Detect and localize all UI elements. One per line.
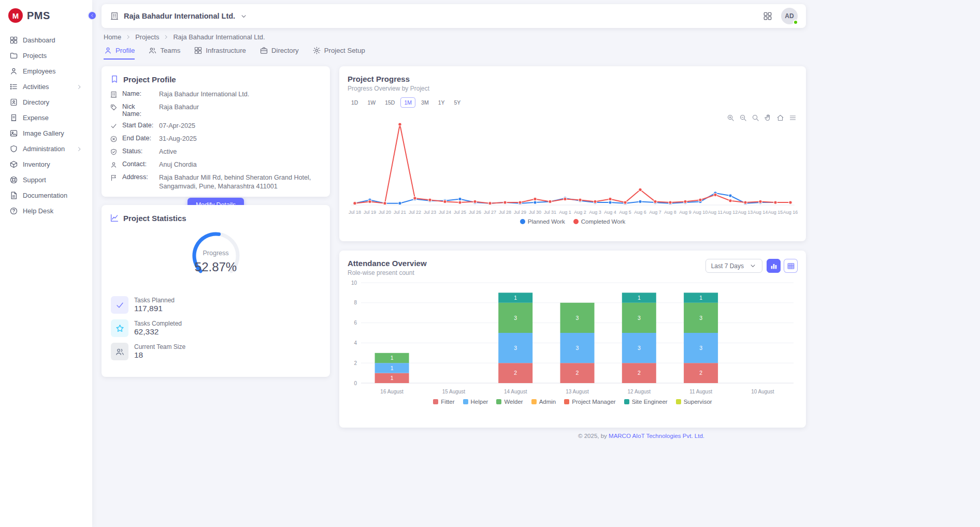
svg-text:1: 1	[391, 375, 394, 381]
shield-check-icon	[110, 148, 118, 156]
svg-text:Jul 24: Jul 24	[439, 210, 451, 215]
project-progress-chart[interactable]: Jul 18Jul 19Jul 20Jul 21Jul 22Jul 23Jul …	[348, 114, 798, 217]
tab-teams[interactable]: Teams	[148, 46, 180, 60]
footer-company-link[interactable]: MARCO AIoT Technologies Pvt. Ltd.	[609, 433, 704, 439]
shield-icon	[9, 144, 18, 153]
sidebar-item-label: Employees	[23, 67, 83, 75]
sidebar-item-directory[interactable]: Directory	[5, 95, 87, 109]
image-icon	[9, 129, 18, 138]
sidebar-collapse-button[interactable]	[88, 11, 97, 20]
svg-text:Aug 10: Aug 10	[693, 210, 708, 215]
main-content: Raja Bahadur International Ltd. AD HomeP…	[92, 0, 980, 527]
sidebar-item-administration[interactable]: Administration	[5, 142, 87, 156]
legend-item-helper[interactable]: Helper	[463, 399, 488, 405]
header-actions: AD	[762, 8, 798, 24]
legend-item-project-manager[interactable]: Project Manager	[564, 399, 615, 405]
sidebar-item-activities[interactable]: Activities	[5, 80, 87, 94]
sidebar-item-label: Support	[23, 176, 83, 184]
chevron-right-icon	[76, 83, 83, 91]
zoom-out-icon[interactable]	[739, 114, 747, 122]
tab-infrastructure[interactable]: Infrastructure	[194, 46, 246, 60]
tab-profile[interactable]: Profile	[104, 46, 135, 60]
sidebar-item-label: Help Desk	[23, 207, 83, 215]
range-button-1w[interactable]: 1W	[364, 97, 379, 108]
range-button-1m[interactable]: 1M	[400, 97, 415, 108]
sidebar-item-label: Documentation	[23, 192, 83, 199]
table-view-toggle[interactable]	[784, 259, 798, 273]
app-logo[interactable]: M PMS	[0, 0, 92, 29]
legend-item-welder[interactable]: Welder	[496, 399, 523, 405]
range-button-1d[interactable]: 1D	[348, 97, 362, 108]
sidebar-item-employees[interactable]: Employees	[5, 64, 87, 78]
sidebar-item-projects[interactable]: Projects	[5, 49, 87, 63]
range-button-1y[interactable]: 1Y	[435, 97, 449, 108]
help-circle-icon	[9, 207, 18, 215]
grid-icon	[194, 46, 203, 55]
pan-icon[interactable]	[764, 114, 772, 122]
svg-text:4: 4	[354, 340, 357, 346]
stat-label: Tasks Planned	[134, 297, 175, 304]
user-avatar[interactable]: AD	[781, 8, 798, 24]
range-button-5y[interactable]: 5Y	[450, 97, 464, 108]
legend-item-planned-work[interactable]: Planned Work	[520, 218, 565, 225]
svg-text:Aug 5: Aug 5	[619, 210, 631, 215]
zoom-in-icon[interactable]	[727, 114, 734, 122]
sidebar-item-inventory[interactable]: Inventory	[5, 157, 87, 171]
attendance-chart[interactable]: 024681011116 August15 August233114 Augus…	[348, 277, 798, 398]
users-icon	[148, 46, 157, 55]
tab-label: Profile	[116, 47, 135, 54]
chart-toolbar	[727, 114, 797, 122]
tag-icon	[110, 104, 118, 111]
tab-project-setup[interactable]: Project Setup	[312, 46, 365, 60]
company-name: Raja Bahadur International Ltd.	[124, 12, 235, 20]
svg-text:Aug 14: Aug 14	[753, 210, 768, 215]
company-selector[interactable]: Raja Bahadur International Ltd.	[110, 11, 248, 21]
legend-item-completed-work[interactable]: Completed Work	[573, 218, 625, 225]
chart-legend: FitterHelperWelderAdminProject ManagerSi…	[348, 399, 798, 405]
tab-directory[interactable]: Directory	[260, 46, 299, 60]
selection-zoom-icon[interactable]	[752, 114, 759, 122]
apps-grid-icon[interactable]	[762, 11, 773, 21]
menu-icon[interactable]	[789, 114, 797, 122]
range-button-15d[interactable]: 15D	[381, 97, 398, 108]
range-button-3m[interactable]: 3M	[417, 97, 433, 108]
breadcrumb-item-projects[interactable]: Projects	[135, 33, 159, 41]
sidebar-item-image-gallery[interactable]: Image Gallery	[5, 126, 87, 140]
svg-text:16 August: 16 August	[380, 389, 403, 394]
sidebar-item-dashboard[interactable]: Dashboard	[5, 33, 87, 47]
bookmark-icon	[110, 75, 119, 84]
bar-chart-view-toggle[interactable]	[767, 259, 781, 273]
breadcrumb-item-home[interactable]: Home	[104, 33, 121, 41]
sidebar-item-expense[interactable]: Expense	[5, 111, 87, 125]
legend-marker	[496, 399, 501, 404]
user-icon	[110, 161, 118, 169]
svg-text:6: 6	[354, 320, 357, 326]
legend-item-site-engineer[interactable]: Site Engineer	[624, 399, 668, 405]
legend-item-admin[interactable]: Admin	[531, 399, 556, 405]
field-label: End Date:	[122, 135, 154, 142]
left-column: Project Profile Name:Raja Bahadur Intern…	[102, 66, 330, 439]
svg-text:Aug 9: Aug 9	[679, 210, 691, 215]
field-value: Raja Bahadur	[159, 103, 322, 112]
sidebar-item-support[interactable]: Support	[5, 173, 87, 187]
attendance-overview-card: Attendance Overview Role-wise present co…	[339, 251, 806, 428]
home-icon[interactable]	[776, 114, 784, 122]
sidebar-item-help-desk[interactable]: Help Desk	[5, 204, 87, 218]
check-icon	[111, 296, 128, 314]
project-profile-card: Project Profile Name:Raja Bahadur Intern…	[102, 66, 330, 197]
profile-field-end-date: End Date:31-Aug-2025	[110, 135, 322, 143]
legend-marker	[564, 399, 569, 404]
tab-label: Project Setup	[324, 47, 365, 54]
sidebar-item-label: Image Gallery	[23, 129, 83, 137]
svg-text:2: 2	[576, 370, 579, 376]
legend-marker	[624, 399, 629, 404]
chevron-right-icon	[125, 34, 132, 40]
legend-item-fitter[interactable]: Fitter	[433, 399, 454, 405]
date-range-select[interactable]: Last 7 Days	[705, 259, 762, 273]
legend-label: Admin	[539, 399, 556, 405]
legend-item-supervisor[interactable]: Supervisor	[676, 399, 712, 405]
field-value: Raja Bahadur Mill Rd, behind Sheraton Gr…	[159, 173, 322, 191]
progress-gauge-arc	[182, 229, 250, 285]
svg-text:12 August: 12 August	[628, 389, 651, 394]
sidebar-item-documentation[interactable]: Documentation	[5, 188, 87, 202]
